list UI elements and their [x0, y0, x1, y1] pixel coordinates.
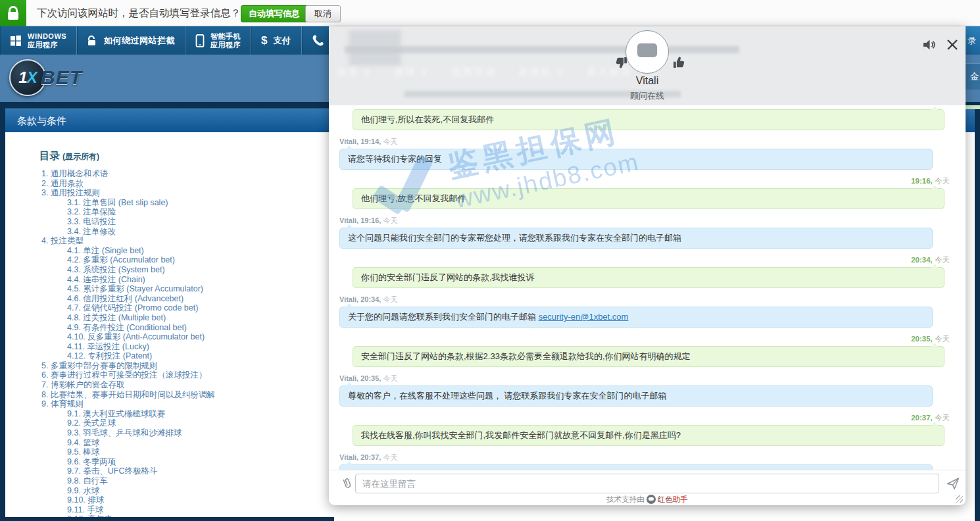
message-day: 今天	[383, 453, 397, 461]
support-brand-name[interactable]: 助手	[673, 495, 688, 503]
lock-icon	[8, 12, 18, 20]
autofill-confirm-button[interactable]: 自动填写信息	[241, 5, 308, 22]
windows-icon	[10, 35, 22, 47]
dollar-icon: $	[261, 34, 267, 47]
email-link[interactable]: security-en@1xbet.com	[539, 312, 629, 322]
message-meta: Vitali, 20:35, 今天	[339, 374, 955, 384]
message-text: 尊敬的客户，在线客服不处理这些问题， 请您联系跟我们专家在安全部门的电子邮箱	[348, 391, 667, 401]
chat-input-bar	[329, 470, 966, 496]
toolbar-label: 支付	[274, 36, 291, 45]
message-bubble: 我找在线客服,你叫我找安全部门,我发邮件安全部门就故意不回复邮件,你们是黑庄吗?	[353, 425, 944, 446]
message-author-time: Vitali, 20:35,	[339, 374, 383, 382]
attach-file-icon[interactable]	[339, 476, 354, 491]
message-meta: Vitali, 20:37, 今天	[339, 453, 955, 462]
phone-icon	[312, 34, 324, 47]
toolbar-item-windows-apps[interactable]: WINDOWS应用程序	[0, 26, 77, 55]
chat-message: Vitali, 19:16, 今天这个问题只能我们安全部门的专家帮您处理，请您联…	[339, 216, 955, 249]
message-meta: 20:35, 今天	[339, 334, 950, 344]
message-author-time: Vitali, 19:14,	[339, 137, 383, 145]
toolbar-item-bypass-block[interactable]: 如何绕过网站拦截	[77, 26, 185, 55]
thumbs-up-icon[interactable]	[672, 55, 686, 70]
support-prefix: 技术支持由	[606, 495, 645, 503]
autofill-prompt-text: 下次访问该网站时，是否自动填写登录信息？	[37, 0, 241, 26]
message-author-time: Vitali, 19:16,	[339, 216, 383, 224]
toolbar-label: WINDOWS	[28, 32, 66, 41]
message-text: 我找在线客服,你叫我找安全部门,我发邮件安全部门就故意不回复邮件,你们是黑庄吗?	[361, 430, 681, 440]
message-day: 今天	[935, 414, 950, 422]
message-bubble: 安全部门违反了网站的条款,根据2.33条款必需要全额退款给我的,你们网站有明确的…	[353, 346, 944, 367]
smartphone-icon	[195, 34, 205, 47]
chat-header: 体育 ∨ 滚球 ∨ 优惠活动 老虎机 ∨ 真人娱乐 Vitali 顾问在线	[329, 26, 966, 105]
chat-message: 20:34, 今天你们的安全部门违反了网站的条款,我找谁投诉	[339, 255, 955, 288]
toc-show-all-link[interactable]: (显示所有)	[62, 152, 99, 161]
toolbar-item-mobile-apps[interactable]: 智能手机应用程序	[185, 26, 251, 55]
message-text: 安全部门违反了网站的条款,根据2.33条款必需要全额退款给我的,你们网站有明确的…	[361, 351, 691, 361]
toolbar-item-payments[interactable]: $ 支付	[251, 26, 301, 55]
chat-message-list: 他们理亏,所以在装死,不回复我邮件Vitali, 19:14, 今天请您等待我们…	[329, 105, 966, 470]
partial-login-button[interactable]: 录	[964, 26, 980, 55]
lock-badge-icon	[0, 0, 26, 26]
message-meta: 20:34, 今天	[339, 255, 950, 265]
message-day: 今天	[383, 295, 397, 303]
message-bubble: 他们理亏,所以在装死,不回复我邮件	[353, 109, 944, 130]
message-day: 今天	[383, 137, 397, 145]
resize-handle[interactable]	[956, 495, 963, 503]
message-bubble: 这个问题只能我们安全部门的专家帮您处理，请您联系跟我们专家在安全部门的电子邮箱	[339, 228, 933, 249]
chat-message: 20:37, 今天我找在线客服,你叫我找安全部门,我发邮件安全部门就故意不回复邮…	[339, 413, 955, 446]
toc-title: 目录	[39, 150, 60, 161]
message-meta: Vitali, 19:14, 今天	[339, 137, 955, 147]
agent-status: 顾问在线	[329, 90, 966, 102]
toc-link[interactable]: 9.11. 手球	[5, 505, 400, 515]
message-author-time: Vitali, 20:34,	[339, 295, 383, 303]
chat-message: 他们理亏,所以在装死,不回复我邮件	[339, 109, 955, 130]
message-meta: 20:37, 今天	[339, 413, 950, 423]
message-bubble: 关于您的问题请您联系到我们安全部门的电子邮箱 security-en@1xbet…	[339, 307, 933, 328]
message-bubble: 你们的安全部门违反了网站的条款,我找谁投诉	[353, 267, 944, 288]
message-day: 今天	[935, 335, 950, 343]
speech-bubble-icon	[637, 43, 657, 57]
message-bubble: 他们理亏,故意不回复我邮件	[353, 188, 944, 209]
chat-footer: 技术支持由红色助手	[329, 495, 966, 505]
toolbar-label: 如何绕过网站拦截	[104, 36, 175, 45]
message-meta: 19:16, 今天	[339, 176, 950, 186]
chat-message: Vitali, 20:37, 今天尊敬的客户，关于您的问题我已经给您提供全面信息…	[339, 453, 955, 470]
agent-avatar	[625, 30, 669, 74]
chat-message: Vitali, 19:14, 今天请您等待我们专家的回复	[339, 137, 955, 170]
toc-heading: 目录(显示所有)	[39, 149, 99, 163]
banner-sliver	[964, 105, 980, 109]
message-meta: Vitali, 19:16, 今天	[339, 216, 955, 226]
message-bubble: 尊敬的客户，关于您的问题我已经给您提供全面信息， 如果您没有其他的问题，我就得禁…	[339, 464, 933, 470]
close-icon[interactable]	[944, 37, 962, 54]
message-text: 这个问题只能我们安全部门的专家帮您处理，请您联系跟我们专家在安全部门的电子邮箱	[348, 233, 681, 243]
agent-name: Vitali	[329, 75, 966, 87]
autofill-notification-bar: 下次访问该网站时，是否自动填写登录信息？ 自动填写信息 取消	[0, 0, 980, 26]
message-day: 今天	[935, 256, 950, 264]
live-chat-widget: 体育 ∨ 滚球 ∨ 优惠活动 老虎机 ∨ 真人娱乐 Vitali 顾问在线 他们…	[329, 26, 966, 505]
partial-menu-tab[interactable]: 金	[964, 63, 980, 89]
message-time: 20:37,	[911, 414, 935, 422]
message-input[interactable]	[355, 474, 939, 493]
1xbet-logo[interactable]: 1X BET	[9, 59, 82, 96]
sound-toggle-icon[interactable]	[921, 37, 938, 54]
send-message-icon[interactable]	[946, 476, 960, 491]
message-day: 今天	[383, 216, 397, 224]
message-text: 你们的安全部门违反了网站的条款,我找谁投诉	[361, 272, 535, 282]
page-footer-strip	[0, 517, 334, 521]
toolbar-label: 应用程序	[28, 41, 66, 49]
message-day: 今天	[935, 177, 950, 185]
message-bubble: 请您等待我们专家的回复	[339, 149, 933, 170]
chat-message: Vitali, 20:34, 今天关于您的问题请您联系到我们安全部门的电子邮箱 …	[339, 295, 955, 328]
chat-message: 19:16, 今天他们理亏,故意不回复我邮件	[339, 176, 955, 209]
message-text: 关于您的问题请您联系到我们安全部门的电子邮箱	[348, 312, 539, 322]
unlock-icon	[87, 35, 98, 47]
message-text: 请您等待我们专家的回复	[348, 154, 442, 164]
autofill-cancel-button[interactable]: 取消	[305, 5, 341, 22]
message-day: 今天	[383, 374, 397, 382]
blurred-text-line	[345, 46, 739, 53]
support-brand-name[interactable]: 红色	[658, 495, 673, 503]
support-brand-icon	[647, 495, 656, 504]
message-author-time: Vitali, 20:37,	[339, 453, 383, 461]
message-time: 20:35,	[911, 335, 935, 343]
message-time: 19:16,	[911, 177, 935, 185]
toolbar-label: 应用程序	[210, 41, 241, 49]
